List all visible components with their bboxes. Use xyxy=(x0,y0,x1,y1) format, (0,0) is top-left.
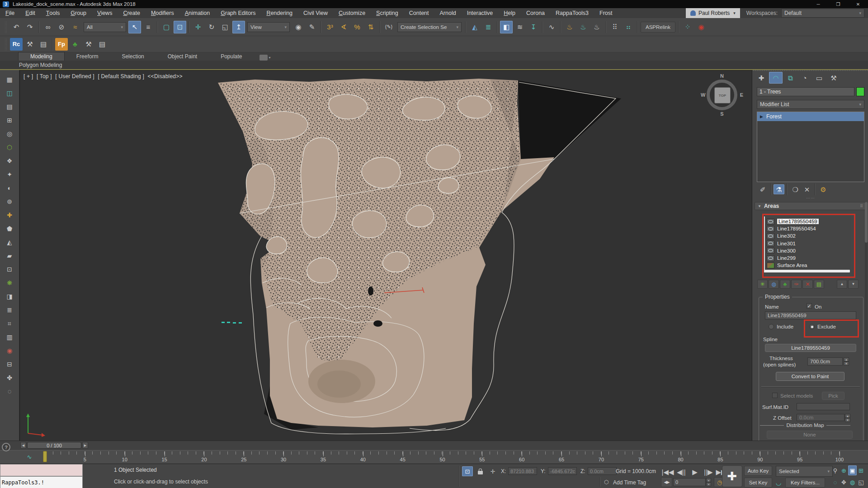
area-list-item[interactable]: Line300 xyxy=(765,247,851,254)
percent-snap-button[interactable]: % xyxy=(351,21,363,33)
angle-snap-button[interactable]: ∢ xyxy=(337,21,350,33)
menu-frost[interactable]: Frost xyxy=(594,8,618,18)
modifier-stack[interactable]: ▶ Forest xyxy=(757,112,864,182)
areas-list[interactable]: Line1789550459Line1789550454Line302Line3… xyxy=(764,216,851,272)
on-checkbox[interactable]: ✓ xyxy=(807,303,812,309)
display-tab-button[interactable]: ▭ xyxy=(812,72,826,84)
rectangular-selection-region-button[interactable]: ▢ xyxy=(160,21,173,33)
menu-arnold[interactable]: Arnold xyxy=(434,8,462,18)
key-mode-toggle[interactable]: ◀▶ xyxy=(661,477,672,487)
modifier-stack-item-forest[interactable]: ▶ Forest xyxy=(757,112,864,121)
menu-file[interactable]: File xyxy=(0,8,20,18)
menu-modifiers[interactable]: Modifiers xyxy=(146,8,179,18)
add-time-tag-button[interactable]: Add Time Tag xyxy=(613,479,646,486)
menu-civil-view[interactable]: Civil View xyxy=(298,8,333,18)
create-tab-button[interactable]: ✚ xyxy=(755,72,768,84)
asprelink-button[interactable]: ASPRelink xyxy=(641,22,675,33)
thickness-spinner[interactable]: ▲▼ xyxy=(844,357,849,366)
bind-to-space-warp-button[interactable]: ≈ xyxy=(69,21,81,33)
z-offset-field[interactable]: 0.0cm xyxy=(797,414,844,421)
dock-tool-button-24[interactable]: ◌ xyxy=(4,386,15,397)
plugin-grid-button[interactable]: ⠿ xyxy=(609,21,621,33)
time-slider-track[interactable] xyxy=(0,441,868,450)
areas-list-scrollbar[interactable] xyxy=(764,270,850,272)
toolbar-drag-handle[interactable] xyxy=(5,21,7,33)
use-pivot-center-button[interactable]: ◉ xyxy=(292,21,305,33)
dock-tool-button-21[interactable]: ◉ xyxy=(4,345,15,356)
move-area-down-button[interactable]: ▼ xyxy=(848,280,859,289)
dock-tool-button-7[interactable]: ❖ xyxy=(4,155,15,166)
dock-tool-button-17[interactable]: ◨ xyxy=(4,291,15,302)
compass-south[interactable]: S xyxy=(720,111,723,117)
delete-area-button[interactable]: ✕ xyxy=(802,280,813,289)
edit-named-selection-sets-button[interactable]: {✎} xyxy=(382,21,395,33)
z-coord-field[interactable]: 0.0cm xyxy=(588,467,617,475)
menu-rendering[interactable]: Rendering xyxy=(261,8,298,18)
menu-content[interactable]: Content xyxy=(404,8,434,18)
key-set-dropdown[interactable]: Selected ▾ xyxy=(776,466,833,477)
menu-help[interactable]: Help xyxy=(498,8,521,18)
plugin-dots-button[interactable]: ⠶ xyxy=(622,21,635,33)
ribbon-tab-populate[interactable]: Populate xyxy=(209,52,254,61)
spline-pick-button[interactable]: Line1789550459 xyxy=(765,344,856,352)
dock-tool-button-20[interactable]: ▥ xyxy=(4,332,15,343)
convert-to-paint-button[interactable]: Convert to Paint xyxy=(776,372,844,381)
menu-edit[interactable]: Edit xyxy=(20,8,41,18)
ribbon-tab-selection[interactable]: Selection xyxy=(110,52,156,61)
dock-tool-button-15[interactable]: ⊡ xyxy=(4,264,15,275)
previous-frame-arrow[interactable]: ◀ xyxy=(20,442,26,449)
menu-customize[interactable]: Customize xyxy=(333,8,371,18)
object-name-field[interactable]: 1 - Trees xyxy=(757,87,854,96)
viewport-menu-user[interactable]: [ User Defined ] xyxy=(55,73,94,80)
ribbon-panel-bar[interactable]: Polygon Modeling xyxy=(0,61,868,70)
menu-corona[interactable]: Corona xyxy=(521,8,550,18)
select-and-move-button[interactable]: ✛ xyxy=(192,21,204,33)
select-and-manipulate-button[interactable]: ✎ xyxy=(306,21,318,33)
snaps-toggle-button[interactable]: 3³ xyxy=(324,21,336,33)
view-cube[interactable]: TOP N S W E xyxy=(702,75,742,115)
set-keys-button[interactable]: ✚ xyxy=(722,465,742,487)
orbit-button[interactable]: ◍ xyxy=(848,477,857,487)
maxscript-listener-field[interactable]: RappaTools3.! xyxy=(0,476,83,488)
pick-button[interactable]: Pick xyxy=(822,392,844,400)
menu-scripting[interactable]: Scripting xyxy=(371,8,404,18)
dock-tool-button-9[interactable]: ◐ xyxy=(4,183,15,193)
unlink-selection-button[interactable]: ⊘ xyxy=(55,21,68,33)
zoom-region-button[interactable]: ◌ xyxy=(831,477,840,487)
dock-tool-button-13[interactable]: ◭ xyxy=(4,237,15,248)
rollout-areas-header[interactable]: ▼ Areas ⠿ xyxy=(755,202,867,210)
forestpack-button[interactable]: Fp xyxy=(55,38,68,51)
forest-tools-button[interactable]: ♣ xyxy=(69,38,81,51)
viewport-menu-shading[interactable]: [ Default Shading ] xyxy=(98,73,144,80)
area-list-item[interactable]: Surface Area xyxy=(765,262,851,269)
dock-tool-button-23[interactable]: ✤ xyxy=(4,372,15,383)
maximize-viewport-button[interactable]: ◱ xyxy=(857,477,865,487)
viewport[interactable]: [ + ] [ Top ] [ User Defined ] [ Default… xyxy=(19,70,752,450)
dock-tool-button-12[interactable]: ⬟ xyxy=(4,223,15,234)
move-area-up-button[interactable]: ▲ xyxy=(837,280,847,289)
menu-create[interactable]: Create xyxy=(118,8,146,18)
distribution-map-none-button[interactable]: None xyxy=(767,431,853,439)
dock-tool-button-5[interactable]: ◎ xyxy=(4,128,15,139)
area-list-item[interactable]: Line1789550454 xyxy=(765,225,851,232)
ribbon-tab-object-paint[interactable]: Object Paint xyxy=(156,52,209,61)
workspace-dropdown[interactable]: Default ▾ xyxy=(781,9,864,18)
selection-filter-dropdown[interactable]: All▾ xyxy=(84,22,126,32)
panel-scrollbar[interactable] xyxy=(865,202,868,441)
area-list-item[interactable]: Line1789550459 xyxy=(765,218,851,225)
zoom-button[interactable]: ⚲ xyxy=(831,465,840,475)
select-and-scale-button[interactable]: ◱ xyxy=(219,21,231,33)
menu-graph-editors[interactable]: Graph Editors xyxy=(215,8,261,18)
select-models-checkbox[interactable]: ✓ xyxy=(772,393,778,398)
expand-arrow-icon[interactable]: ▶ xyxy=(760,114,763,119)
dock-tool-button-1[interactable]: ▦ xyxy=(4,74,15,85)
default-in-out-tangents-button[interactable]: ◡ xyxy=(774,478,783,487)
spinner-snap-button[interactable]: ⇅ xyxy=(364,21,377,33)
object-color-swatch[interactable] xyxy=(856,87,864,96)
key-filters-button[interactable]: Key Filters... xyxy=(785,478,825,488)
viewcube-top-face[interactable]: TOP xyxy=(714,87,731,103)
render-frame-window-button[interactable]: ♨ xyxy=(590,21,603,33)
zoom-extents-button[interactable]: ▣ xyxy=(848,465,857,475)
surf-mat-id-field[interactable] xyxy=(797,403,850,410)
previous-frame-button[interactable]: ◀|| xyxy=(675,465,688,478)
